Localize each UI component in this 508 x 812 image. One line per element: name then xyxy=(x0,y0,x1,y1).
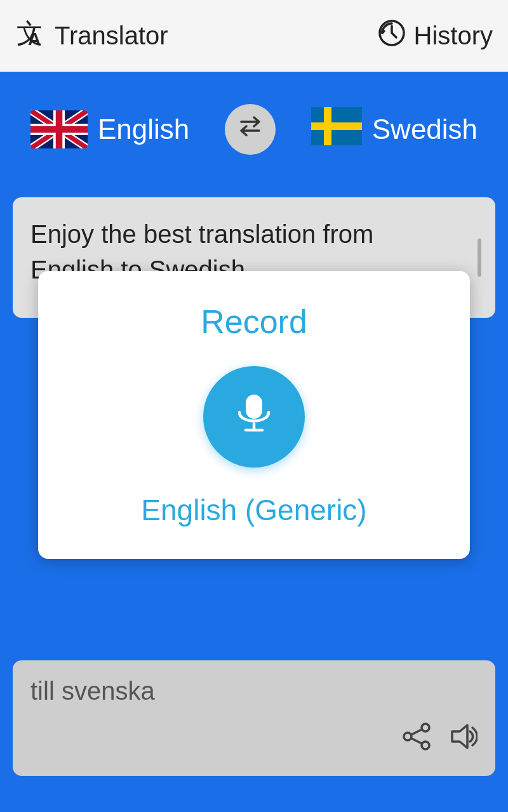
translator-icon: 文 A xyxy=(15,17,47,55)
mic-icon xyxy=(232,390,276,444)
volume-button[interactable] xyxy=(447,721,478,758)
svg-text:A: A xyxy=(28,29,41,49)
history-icon xyxy=(377,18,406,53)
action-icons xyxy=(30,721,478,758)
app-header: 文 A Translator History xyxy=(0,0,508,74)
svg-point-11 xyxy=(404,733,411,740)
sweden-flag xyxy=(311,107,362,152)
svg-rect-6 xyxy=(311,122,362,130)
record-modal: Record English (Generic) xyxy=(38,271,470,559)
svg-rect-7 xyxy=(246,395,262,419)
translator-tab[interactable]: 文 A Translator xyxy=(15,17,168,55)
uk-flag xyxy=(30,110,88,148)
result-text: till svenska xyxy=(30,673,478,709)
history-label: History xyxy=(414,22,493,50)
share-button[interactable] xyxy=(401,721,432,758)
result-text-card[interactable]: till svenska xyxy=(13,660,495,776)
language-generic-label: English (Generic) xyxy=(141,493,366,527)
svg-line-14 xyxy=(411,738,422,743)
target-language-selector[interactable]: Swedish xyxy=(311,107,478,152)
svg-point-10 xyxy=(422,724,429,731)
svg-line-13 xyxy=(411,730,422,735)
swap-languages-button[interactable] xyxy=(225,104,276,155)
source-language-label: English xyxy=(98,114,189,145)
active-tab-indicator xyxy=(0,809,254,812)
scroll-indicator xyxy=(478,239,481,277)
translator-label: Translator xyxy=(55,22,168,50)
svg-point-12 xyxy=(422,742,429,749)
target-language-label: Swedish xyxy=(372,114,478,145)
mic-button[interactable] xyxy=(203,366,305,468)
history-tab[interactable]: History xyxy=(377,18,493,53)
svg-marker-15 xyxy=(452,725,467,748)
main-content: Enjoy the best translation from English … xyxy=(0,197,508,776)
record-label: Record xyxy=(201,303,307,341)
language-bar: English Swedish xyxy=(0,74,508,185)
source-language-selector[interactable]: English xyxy=(30,110,189,148)
swap-icon xyxy=(236,112,264,146)
